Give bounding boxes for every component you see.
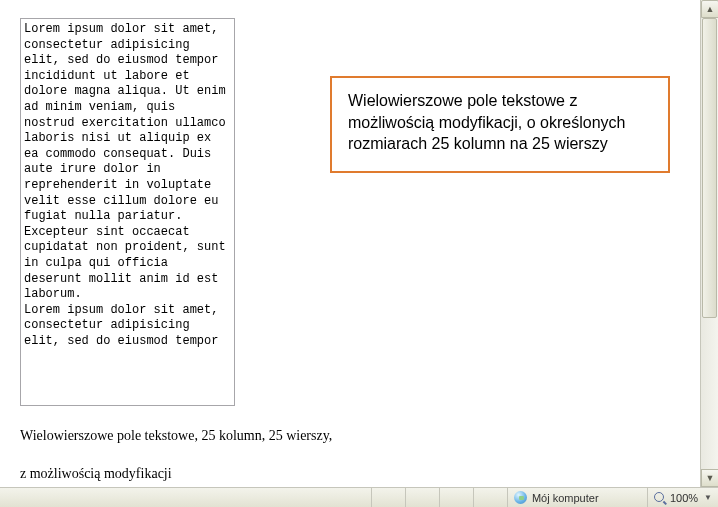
status-empty-cell <box>440 488 474 507</box>
scroll-up-button[interactable]: ▲ <box>701 0 718 18</box>
status-empty-cell <box>406 488 440 507</box>
annotation-callout: Wielowierszowe pole tekstowe z możliwośc… <box>330 76 670 173</box>
status-spacer <box>0 488 372 507</box>
zoom-level-text: 100% <box>670 492 698 504</box>
caption-line-1: Wielowierszowe pole tekstowe, 25 kolumn,… <box>20 428 680 444</box>
status-empty-cell <box>372 488 406 507</box>
caption-line-2: z możliwością modyfikacji <box>20 466 680 482</box>
zoom-control[interactable]: 100% ▼ <box>648 488 718 507</box>
status-location-cell: Mój komputer <box>508 488 648 507</box>
page-content: Wielowierszowe pole tekstowe, 25 kolumn,… <box>0 0 700 487</box>
annotation-text: Wielowierszowe pole tekstowe z możliwośc… <box>348 92 625 152</box>
browser-status-bar: Mój komputer 100% ▼ <box>0 487 718 507</box>
vertical-scrollbar[interactable]: ▲ ▼ <box>700 0 718 487</box>
multiline-textarea[interactable] <box>20 18 235 406</box>
status-empty-cell <box>474 488 508 507</box>
chevron-down-icon[interactable]: ▼ <box>704 493 712 502</box>
globe-icon <box>514 491 527 504</box>
scrollbar-thumb[interactable] <box>702 18 717 318</box>
scroll-down-button[interactable]: ▼ <box>701 469 718 487</box>
status-location-text: Mój komputer <box>532 492 599 504</box>
magnifier-icon <box>654 492 666 504</box>
